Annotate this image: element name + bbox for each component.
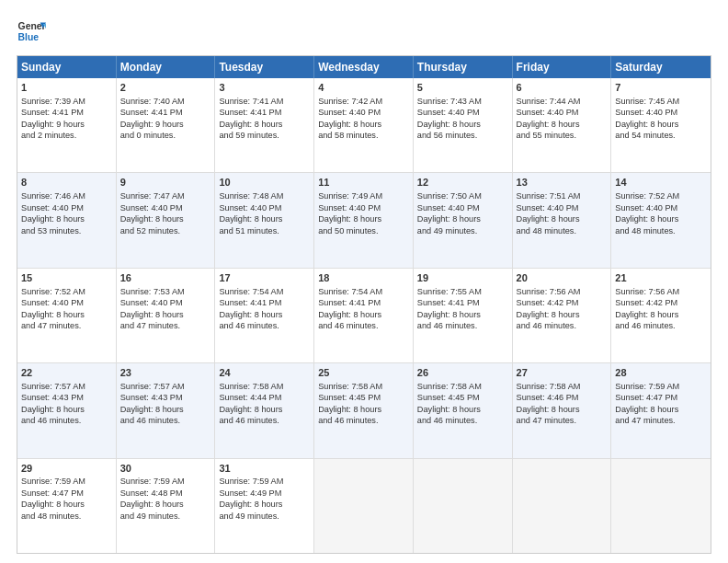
day-number: 27 xyxy=(517,366,608,380)
day-info-line: Daylight: 8 hours xyxy=(219,214,282,224)
calendar-day-cell: 10Sunrise: 7:48 AMSunset: 4:40 PMDayligh… xyxy=(215,173,314,267)
day-info-line: Sunrise: 7:52 AM xyxy=(21,287,85,296)
day-info-line: Sunrise: 7:51 AM xyxy=(517,191,581,201)
day-info-line: Sunrise: 7:41 AM xyxy=(219,97,283,106)
day-number: 18 xyxy=(318,271,409,285)
day-info-line: Daylight: 8 hours xyxy=(219,500,282,509)
day-info-line: and 49 minutes. xyxy=(120,511,180,521)
day-info-line: Sunset: 4:41 PM xyxy=(219,298,281,307)
day-info-line: Daylight: 8 hours xyxy=(120,405,184,414)
calendar-week-row: 1Sunrise: 7:39 AMSunset: 4:41 PMDaylight… xyxy=(17,78,711,172)
day-number: 13 xyxy=(517,176,608,190)
day-info-line: Daylight: 8 hours xyxy=(21,500,85,509)
day-info-line: Sunset: 4:40 PM xyxy=(517,203,579,213)
day-info-line: Sunrise: 7:44 AM xyxy=(517,97,581,106)
day-info-line: Sunset: 4:40 PM xyxy=(120,203,183,213)
day-number: 12 xyxy=(417,176,508,190)
day-info-line: Sunrise: 7:58 AM xyxy=(517,382,581,391)
day-info-line: Sunset: 4:40 PM xyxy=(615,108,677,117)
day-info-line: Sunset: 4:46 PM xyxy=(517,393,579,402)
day-info-line: Sunset: 4:48 PM xyxy=(120,488,183,498)
calendar-day-cell: 29Sunrise: 7:59 AMSunset: 4:47 PMDayligh… xyxy=(17,459,117,553)
day-info-line: Sunset: 4:45 PM xyxy=(417,393,480,402)
day-of-week-header: Friday xyxy=(513,56,612,78)
day-info-line: and 48 minutes. xyxy=(21,511,81,521)
day-info-line: Sunset: 4:49 PM xyxy=(219,488,281,498)
calendar-day-cell: 13Sunrise: 7:51 AMSunset: 4:40 PMDayligh… xyxy=(513,173,612,267)
day-info-line: and 47 minutes. xyxy=(21,321,81,330)
calendar-day-cell: 1Sunrise: 7:39 AMSunset: 4:41 PMDaylight… xyxy=(17,78,117,172)
day-info-line: Daylight: 8 hours xyxy=(417,310,481,319)
day-info-line: Sunrise: 7:46 AM xyxy=(21,191,85,201)
calendar-day-cell: 20Sunrise: 7:56 AMSunset: 4:42 PMDayligh… xyxy=(513,269,612,362)
calendar-day-cell: 7Sunrise: 7:45 AMSunset: 4:40 PMDaylight… xyxy=(611,78,711,172)
day-info-line: and 54 minutes. xyxy=(615,131,675,140)
day-info-line: Sunset: 4:40 PM xyxy=(417,108,480,117)
calendar-day-cell: 6Sunrise: 7:44 AMSunset: 4:40 PMDaylight… xyxy=(513,78,612,172)
day-info-line: Sunrise: 7:57 AM xyxy=(120,382,185,391)
day-info-line: Sunset: 4:40 PM xyxy=(21,203,84,213)
calendar-day-cell: 12Sunrise: 7:50 AMSunset: 4:40 PMDayligh… xyxy=(414,173,513,267)
calendar-week-row: 22Sunrise: 7:57 AMSunset: 4:43 PMDayligh… xyxy=(17,362,711,457)
day-info-line: and 55 minutes. xyxy=(517,131,576,140)
day-of-week-header: Thursday xyxy=(414,56,513,78)
calendar-day-cell: 24Sunrise: 7:58 AMSunset: 4:44 PMDayligh… xyxy=(215,363,314,457)
calendar-day-cell: 28Sunrise: 7:59 AMSunset: 4:47 PMDayligh… xyxy=(611,363,711,457)
calendar-day-cell: 11Sunrise: 7:49 AMSunset: 4:40 PMDayligh… xyxy=(314,173,414,267)
page: General Blue SundayMondayTuesdayWednesda… xyxy=(0,0,728,563)
day-info-line: Sunset: 4:41 PM xyxy=(318,298,381,307)
day-number: 5 xyxy=(417,81,508,95)
day-info-line: Daylight: 8 hours xyxy=(615,214,678,224)
day-info-line: Sunset: 4:41 PM xyxy=(219,108,281,117)
day-info-line: and 53 minutes. xyxy=(21,226,81,236)
day-info-line: and 2 minutes. xyxy=(21,131,76,140)
header: General Blue xyxy=(17,17,711,46)
day-info-line: Sunrise: 7:42 AM xyxy=(318,97,382,106)
calendar-body: 1Sunrise: 7:39 AMSunset: 4:41 PMDaylight… xyxy=(17,78,711,553)
svg-text:Blue: Blue xyxy=(18,32,40,42)
day-info-line: and 46 minutes. xyxy=(219,321,279,330)
calendar-week-row: 8Sunrise: 7:46 AMSunset: 4:40 PMDaylight… xyxy=(17,172,711,267)
calendar-day-cell: 16Sunrise: 7:53 AMSunset: 4:40 PMDayligh… xyxy=(117,269,216,362)
day-info-line: Sunset: 4:40 PM xyxy=(219,203,281,213)
day-number: 17 xyxy=(219,271,310,285)
day-number: 2 xyxy=(120,81,211,95)
generalblue-logo-icon: General Blue xyxy=(17,17,46,46)
day-info-line: Daylight: 8 hours xyxy=(219,405,282,414)
day-info-line: Sunrise: 7:58 AM xyxy=(318,382,382,391)
calendar-day-cell: 23Sunrise: 7:57 AMSunset: 4:43 PMDayligh… xyxy=(117,363,216,457)
day-of-week-header: Tuesday xyxy=(215,56,314,78)
day-info-line: Sunrise: 7:40 AM xyxy=(120,97,185,106)
calendar: SundayMondayTuesdayWednesdayThursdayFrid… xyxy=(17,55,711,554)
day-info-line: and 56 minutes. xyxy=(417,131,477,140)
day-number: 25 xyxy=(318,366,409,380)
day-info-line: and 46 minutes. xyxy=(120,416,180,425)
day-info-line: and 46 minutes. xyxy=(615,321,675,330)
day-info-line: Daylight: 8 hours xyxy=(417,120,481,129)
day-info-line: and 51 minutes. xyxy=(219,226,279,236)
calendar-day-cell: 31Sunrise: 7:59 AMSunset: 4:49 PMDayligh… xyxy=(215,459,314,553)
day-info-line: Daylight: 9 hours xyxy=(21,120,85,129)
day-number: 24 xyxy=(219,366,310,380)
day-number: 1 xyxy=(21,81,112,95)
calendar-day-cell: 30Sunrise: 7:59 AMSunset: 4:48 PMDayligh… xyxy=(117,459,216,553)
day-info-line: Daylight: 9 hours xyxy=(120,120,184,129)
calendar-day-cell: 4Sunrise: 7:42 AMSunset: 4:40 PMDaylight… xyxy=(314,78,414,172)
day-of-week-header: Sunday xyxy=(17,56,117,78)
day-info-line: and 46 minutes. xyxy=(417,321,477,330)
calendar-empty-cell xyxy=(611,459,711,553)
day-info-line: and 49 minutes. xyxy=(417,226,477,236)
day-number: 16 xyxy=(120,271,211,285)
day-info-line: and 46 minutes. xyxy=(417,416,477,425)
day-info-line: Daylight: 8 hours xyxy=(318,214,381,224)
calendar-day-cell: 18Sunrise: 7:54 AMSunset: 4:41 PMDayligh… xyxy=(314,269,414,362)
day-info-line: Sunset: 4:40 PM xyxy=(615,203,677,213)
calendar-empty-cell xyxy=(513,459,612,553)
day-info-line: Daylight: 8 hours xyxy=(219,120,282,129)
day-info-line: Daylight: 8 hours xyxy=(21,405,85,414)
day-info-line: and 46 minutes. xyxy=(21,416,81,425)
day-info-line: Sunrise: 7:58 AM xyxy=(417,382,482,391)
calendar-day-cell: 25Sunrise: 7:58 AMSunset: 4:45 PMDayligh… xyxy=(314,363,414,457)
day-number: 28 xyxy=(615,366,707,380)
day-info-line: Sunset: 4:40 PM xyxy=(417,203,480,213)
